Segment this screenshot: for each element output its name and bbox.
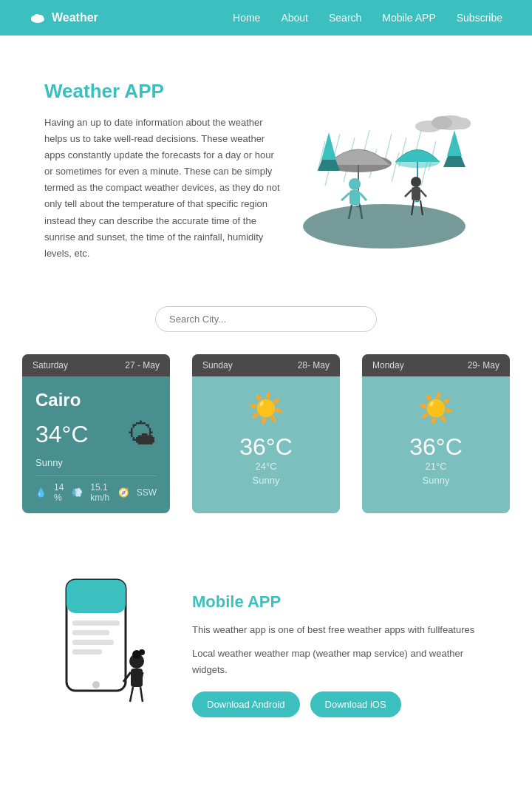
svg-point-28: [411, 177, 421, 187]
card-city-cairo: Cairo: [35, 390, 157, 410]
mobile-app-svg: [44, 572, 163, 735]
sun-icon-saturday: 🌤: [127, 418, 157, 451]
weather-card-sunday: Sunday 28- May ☀️ 36°C 24°C Sunny: [192, 354, 340, 513]
nav-home[interactable]: Home: [233, 12, 260, 24]
hero-title: Weather APP: [44, 80, 281, 103]
humidity-icon: 💧: [35, 487, 47, 498]
svg-rect-44: [72, 620, 120, 626]
svg-line-16: [392, 152, 399, 182]
svg-point-56: [139, 649, 145, 655]
card-date-sunday: 28- May: [298, 360, 330, 371]
nav-about[interactable]: About: [281, 12, 308, 24]
sun-icon-sunday: ☀️: [248, 391, 284, 426]
card-day-monday: Monday: [372, 360, 404, 371]
hero-text: Weather APP Having an up to date informa…: [44, 80, 281, 262]
brand-name: Weather: [52, 11, 98, 24]
card-temp-secondary-monday: 21°C: [425, 461, 446, 472]
svg-line-53: [130, 687, 133, 702]
svg-rect-47: [72, 649, 102, 654]
search-input[interactable]: [155, 306, 377, 332]
svg-line-54: [140, 687, 143, 702]
download-ios-button[interactable]: Download iOS: [310, 691, 401, 717]
mobile-illustration: [44, 572, 163, 738]
svg-rect-21: [349, 190, 360, 205]
mobile-section: Mobile APP This weather app is one of be…: [0, 550, 532, 775]
search-section: [0, 291, 532, 354]
humidity-value: 14 %: [54, 482, 64, 503]
hero-section: Weather APP Having an up to date informa…: [0, 35, 532, 291]
mobile-line1: This weather app is one of best free wea…: [192, 622, 488, 638]
wind-value: 15.1 km/h: [90, 482, 110, 503]
svg-point-20: [349, 178, 361, 190]
subscribe-section: Subscribe Get daily weather updates, quo…: [0, 775, 532, 795]
weather-card-monday: Monday 29- May ☀️ 36°C 21°C Sunny: [362, 354, 510, 513]
hero-image-svg: [281, 82, 488, 260]
svg-rect-46: [72, 640, 114, 645]
svg-line-30: [405, 190, 412, 197]
brand-logo[interactable]: Weather: [30, 11, 98, 24]
card-temp-row-saturday: 34°C 🌤: [35, 418, 157, 451]
card-condition-monday: Sunny: [423, 475, 450, 486]
weather-cards-container: Saturday 27 - May Cairo 34°C 🌤 Sunny 💧 1…: [0, 354, 532, 550]
mobile-buttons: Download Android Download iOS: [192, 691, 488, 717]
svg-line-22: [341, 193, 349, 200]
nav-links: Home About Search Mobile APP Subscribe: [233, 12, 502, 24]
direction-value: SSW: [137, 487, 157, 498]
svg-rect-29: [412, 187, 420, 200]
nav-mobile-app[interactable]: Mobile APP: [382, 12, 435, 24]
card-header-sunday: Sunday 28- May: [192, 354, 340, 376]
card-date-monday: 29- May: [468, 360, 499, 371]
card-condition-saturday: Sunny: [35, 457, 157, 468]
card-header-saturday: Saturday 27 - May: [22, 354, 170, 376]
card-temp-saturday: 34°C: [35, 421, 89, 448]
mobile-text-content: Mobile APP This weather app is one of be…: [192, 592, 488, 717]
wind-icon: 💨: [72, 487, 83, 498]
sun-icon-monday: ☀️: [417, 391, 454, 426]
svg-marker-37: [447, 130, 462, 156]
card-body-saturday: Cairo 34°C 🌤 Sunny 💧 14 % 💨 15.1 km/h 🧭 …: [22, 376, 170, 513]
svg-line-31: [420, 190, 426, 197]
card-footer-saturday: 💧 14 % 💨 15.1 km/h 🧭 SSW: [35, 476, 157, 503]
card-body-monday: ☀️ 36°C 21°C Sunny: [362, 376, 510, 504]
svg-point-3: [34, 14, 40, 20]
svg-point-41: [415, 121, 442, 132]
direction-icon: 🧭: [118, 487, 129, 498]
card-temp-monday: 36°C: [409, 433, 463, 461]
nav-subscribe[interactable]: Subscribe: [457, 12, 502, 24]
svg-line-23: [360, 193, 366, 200]
navigation: Weather Home About Search Mobile APP Sub…: [0, 0, 532, 35]
card-date-saturday: 27 - May: [125, 360, 160, 371]
cloud-icon: [30, 12, 46, 24]
mobile-line2: Local weather weather map (weather map s…: [192, 646, 488, 678]
svg-point-4: [303, 204, 466, 248]
download-android-button[interactable]: Download Android: [192, 691, 300, 717]
svg-point-48: [92, 681, 100, 689]
card-day-sunday: Sunday: [202, 360, 233, 371]
svg-rect-43: [66, 580, 126, 613]
svg-point-40: [453, 118, 471, 129]
svg-rect-45: [72, 630, 109, 635]
weather-card-saturday: Saturday 27 - May Cairo 34°C 🌤 Sunny 💧 1…: [22, 354, 170, 513]
card-body-sunday: ☀️ 36°C 24°C Sunny: [192, 376, 340, 504]
search-input-wrap: [155, 306, 377, 332]
mobile-title: Mobile APP: [192, 592, 488, 612]
hero-illustration: [281, 82, 488, 260]
hero-description: Having an up to date information about t…: [44, 115, 281, 262]
card-header-monday: Monday 29- May: [362, 354, 510, 376]
card-temp-secondary-sunday: 24°C: [255, 461, 276, 472]
card-temp-sunday: 36°C: [239, 433, 293, 461]
nav-search[interactable]: Search: [329, 12, 361, 24]
card-condition-sunday: Sunny: [253, 475, 280, 486]
card-day-saturday: Saturday: [33, 360, 68, 371]
